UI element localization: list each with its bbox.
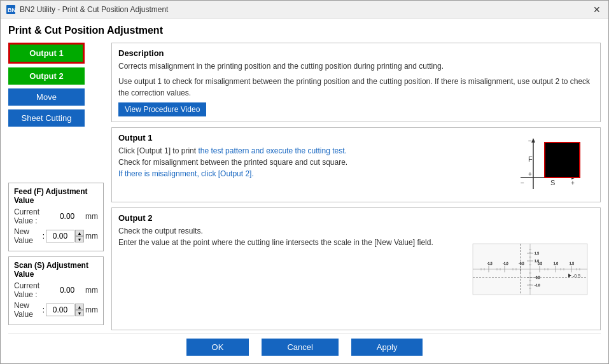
- svg-text:-1.5: -1.5: [487, 262, 493, 265]
- scan-group-title: Scan (S) Adjustment Value: [14, 261, 98, 279]
- output2-box: Output 2 Check the output results. Enter…: [111, 207, 601, 330]
- description-title: Description: [118, 48, 594, 58]
- svg-text:1.5: 1.5: [570, 262, 574, 265]
- output1-text1: Click [Output 1] to print the test patte…: [118, 145, 505, 157]
- svg-text:−: −: [528, 137, 532, 144]
- svg-text:-0.5: -0.5: [573, 274, 580, 278]
- window-body: Print & Cut Position Adjustment Output 1…: [1, 18, 608, 363]
- apply-button[interactable]: Apply: [351, 339, 423, 356]
- main-window: BN BN2 Utility - Print & Cut Position Ad…: [0, 0, 609, 364]
- cancel-button[interactable]: Cancel: [262, 339, 338, 356]
- output1-diagram-svg: − F + − S +: [514, 133, 591, 197]
- feed-current-value: 0.00: [60, 212, 84, 221]
- output1-text3: If there is misalignment, click [Output …: [118, 168, 505, 179]
- output1-diagram: − F + − S +: [511, 133, 594, 197]
- scan-spinner: ▲ ▼: [75, 304, 84, 316]
- scan-current-row: Current Value : 0.00 mm: [14, 281, 98, 299]
- description-text1: Corrects misalignment in the printing po…: [118, 60, 594, 72]
- svg-text:F: F: [528, 155, 533, 163]
- title-bar: BN BN2 Utility - Print & Cut Position Ad…: [1, 1, 608, 18]
- svg-marker-3: [531, 138, 535, 143]
- feed-new-unit: mm: [85, 232, 98, 241]
- output2-scale-svg: -1.5 -1.0 -0.5 0.5 1.0 1.5 1.5 1.0 -0.5: [470, 241, 591, 298]
- output1-button[interactable]: Output 1: [8, 43, 85, 64]
- close-button[interactable]: ✕: [591, 4, 603, 15]
- svg-text:−: −: [521, 179, 524, 186]
- feed-current-unit: mm: [85, 212, 98, 221]
- svg-text:+: +: [528, 171, 532, 178]
- feed-current-label: Current Value :: [14, 207, 60, 225]
- output1-highlight3: If there is misalignment, click [Output …: [118, 169, 254, 178]
- svg-text:-1.0: -1.0: [535, 283, 540, 287]
- svg-text:S: S: [550, 179, 555, 186]
- app-icon: BN: [6, 4, 16, 15]
- output1-box: Output 1 Click [Output 1] to print the t…: [111, 127, 601, 202]
- output1-title: Output 1: [118, 133, 505, 143]
- scan-colon: :: [43, 305, 45, 314]
- svg-text:1.0: 1.0: [554, 262, 558, 265]
- scan-spinner-up[interactable]: ▲: [75, 304, 84, 310]
- feed-colon: :: [43, 232, 45, 241]
- output1-highlight1: the test pattern and execute the cutting…: [198, 146, 346, 155]
- feed-new-row: New Value : ▲ ▼ mm: [14, 227, 98, 245]
- feed-new-label: New Value: [14, 227, 40, 245]
- scan-adjustment-group: Scan (S) Adjustment Value Current Value …: [8, 256, 104, 325]
- svg-rect-12: [545, 143, 580, 178]
- ok-button[interactable]: OK: [186, 339, 249, 356]
- scan-current-value: 0.00: [60, 286, 84, 295]
- description-box: Description Corrects misalignment in the…: [111, 43, 601, 122]
- output1-text-area: Output 1 Click [Output 1] to print the t…: [118, 133, 505, 197]
- scan-new-label: New Value: [14, 301, 40, 319]
- title-bar-text: BN2 Utility - Print & Cut Position Adjus…: [20, 5, 168, 14]
- svg-text:1.5: 1.5: [535, 251, 539, 255]
- feed-group-title: Feed (F) Adjustment Value: [14, 187, 98, 205]
- feed-spinner-down[interactable]: ▼: [75, 236, 84, 242]
- feed-spinner: ▲ ▼: [75, 230, 84, 242]
- scan-current-unit: mm: [85, 286, 98, 295]
- scan-new-unit: mm: [85, 305, 98, 314]
- output2-text2: Enter the value at the point where the c…: [118, 237, 460, 248]
- move-button[interactable]: Move: [8, 88, 85, 106]
- title-bar-left: BN BN2 Utility - Print & Cut Position Ad…: [6, 4, 168, 15]
- description-text2: Use output 1 to check for misalignment b…: [118, 76, 594, 99]
- scan-new-row: New Value : ▲ ▼ mm: [14, 301, 98, 319]
- feed-adjustment-group: Feed (F) Adjustment Value Current Value …: [8, 183, 104, 251]
- output2-button[interactable]: Output 2: [8, 67, 85, 85]
- svg-text:+: +: [571, 179, 575, 186]
- scan-input-wrap: ▲ ▼: [46, 304, 84, 316]
- output2-text1: Check the output results.: [118, 225, 460, 237]
- svg-text:-1.0: -1.0: [503, 262, 508, 265]
- main-content: Output 1 Output 2 Move Sheet Cutting Fee…: [8, 43, 601, 330]
- svg-text:1.0: 1.0: [535, 259, 539, 263]
- output2-text-area: Output 2 Check the output results. Enter…: [118, 213, 460, 325]
- feed-spinner-up[interactable]: ▲: [75, 230, 84, 236]
- right-panel: Description Corrects misalignment in the…: [111, 43, 601, 330]
- svg-text:BN: BN: [8, 7, 16, 13]
- scan-spinner-down[interactable]: ▼: [75, 310, 84, 316]
- scan-current-label: Current Value :: [14, 281, 60, 299]
- adjustment-section: Feed (F) Adjustment Value Current Value …: [8, 183, 104, 330]
- feed-input-wrap: ▲ ▼: [46, 230, 84, 242]
- sheet-cutting-button[interactable]: Sheet Cutting: [8, 109, 85, 127]
- output2-title: Output 2: [118, 213, 460, 223]
- output2-diagram: -1.5 -1.0 -0.5 0.5 1.0 1.5 1.5 1.0 -0.5: [466, 213, 594, 325]
- scan-new-input[interactable]: [46, 304, 74, 316]
- footer: OK Cancel Apply: [8, 333, 601, 358]
- page-title: Print & Cut Position Adjustment: [8, 25, 601, 36]
- feed-current-row: Current Value : 0.00 mm: [14, 207, 98, 225]
- view-procedure-video-button[interactable]: View Procedure Video: [118, 102, 206, 116]
- output1-text2: Check for misalignment between the print…: [118, 157, 505, 168]
- left-panel: Output 1 Output 2 Move Sheet Cutting Fee…: [8, 43, 104, 330]
- feed-new-input[interactable]: [46, 230, 74, 242]
- svg-text:-0.5: -0.5: [519, 262, 524, 265]
